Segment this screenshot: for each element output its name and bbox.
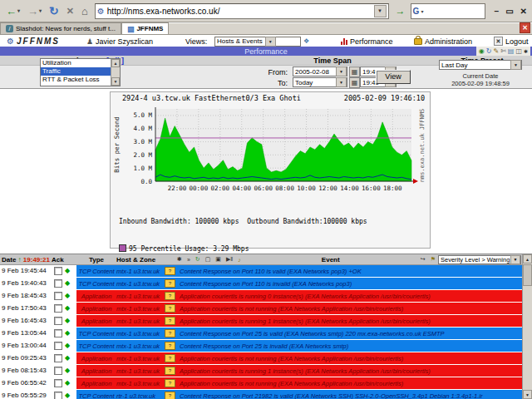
event-host[interactable]: mtx-1 u3.tcw.uk xyxy=(116,355,165,362)
ack-checkbox[interactable] xyxy=(54,392,62,399)
to-calendar-icon[interactable]: ▦ xyxy=(349,77,360,88)
scroll-up-icon[interactable]: ▲ xyxy=(523,254,532,264)
ack-checkbox[interactable] xyxy=(54,267,62,275)
event-detail-icon[interactable]: ? xyxy=(165,292,175,300)
minimize-button[interactable]: – xyxy=(495,7,500,16)
event-detail-icon[interactable]: ? xyxy=(165,304,175,313)
go-button[interactable]: → xyxy=(393,5,408,17)
scroll-down-icon[interactable]: ▼ xyxy=(111,77,120,86)
ack-checkbox[interactable] xyxy=(54,279,62,288)
window-icon[interactable]: ▤ xyxy=(508,47,515,56)
event-host[interactable]: mtx-1 u3.tcw.uk xyxy=(116,367,165,375)
ack-checkbox[interactable] xyxy=(54,354,62,362)
ack-diamond-icon[interactable]: ◆ xyxy=(65,355,70,362)
ack-diamond-icon[interactable]: ◆ xyxy=(65,280,70,287)
col-host[interactable]: Host & Zone xyxy=(116,256,175,264)
scrollbar-thumb[interactable] xyxy=(523,264,532,286)
ack-checkbox[interactable] xyxy=(54,342,62,350)
forward-button[interactable]: →▾ xyxy=(25,4,44,18)
back-dropdown-icon[interactable]: ▾ xyxy=(17,6,20,17)
ack-checkbox[interactable] xyxy=(54,329,62,337)
app-brand[interactable]: ⚙ JFFNMS xyxy=(7,36,60,47)
event-detail-icon[interactable]: ? xyxy=(165,342,175,350)
event-host[interactable]: mtx-1 u3.tcw.uk xyxy=(116,380,165,387)
graph-type-option[interactable]: Traffic xyxy=(41,67,111,76)
ack-checkbox[interactable] xyxy=(54,292,62,300)
col-ack[interactable]: Ack xyxy=(52,256,76,264)
refresh-icon[interactable]: ↻ xyxy=(195,256,200,263)
stop-button[interactable]: ✕ xyxy=(64,4,76,18)
ack-diamond-icon[interactable]: ◆ xyxy=(65,342,70,349)
nav-performance[interactable]: Performance xyxy=(341,36,393,47)
graph-type-option[interactable]: Utilization xyxy=(41,59,111,67)
search-dropdown-icon[interactable]: ▾ xyxy=(421,8,423,14)
url-dropdown-icon[interactable]: ▼ xyxy=(374,5,387,17)
window-small-icon[interactable]: ▢ xyxy=(205,256,211,263)
event-detail-icon[interactable]: ? xyxy=(165,392,175,399)
col-event[interactable]: Event xyxy=(244,256,418,264)
event-detail-icon[interactable]: ? xyxy=(165,317,175,325)
tab-slashdot[interactable]: / Slashdot: News for nerds, stuff t... xyxy=(0,22,121,34)
search-engine-icon[interactable]: G xyxy=(413,7,420,16)
edit-icon[interactable]: ✎ xyxy=(493,47,499,56)
ack-checkbox[interactable] xyxy=(54,367,62,375)
nav-logout[interactable]: ✕ Logout xyxy=(494,36,529,47)
from-calendar-icon[interactable]: ▦ xyxy=(349,66,360,77)
time-preset-select[interactable]: Last Day ▼ xyxy=(439,60,522,70)
chevron-down-icon[interactable]: ▼ xyxy=(336,66,347,76)
ack-diamond-icon[interactable]: ◆ xyxy=(65,318,70,324)
autorefresh-pause-icon[interactable]: ▶‖ xyxy=(226,256,233,263)
ack-diamond-icon[interactable]: ◆ xyxy=(65,380,70,387)
ack-diamond-icon[interactable]: ◆ xyxy=(65,367,70,374)
forward-dropdown-icon[interactable]: ▾ xyxy=(39,6,42,17)
ack-diamond-icon[interactable]: ◆ xyxy=(65,330,70,337)
cut-icon[interactable]: ✄ xyxy=(500,47,506,56)
reload-button[interactable]: ↻ xyxy=(47,4,62,18)
window-large-icon[interactable]: ▣ xyxy=(215,256,221,263)
ack-diamond-icon[interactable]: ◆ xyxy=(65,392,70,399)
event-host[interactable]: mtx-1 u3.tcw.uk xyxy=(116,280,165,288)
event-host[interactable]: mtx-1 u3.tcw.uk xyxy=(116,342,165,350)
search-input[interactable]: G ▾ xyxy=(411,3,485,19)
event-host[interactable]: mtx-1 u3.tcw.uk xyxy=(116,268,165,275)
ack-checkbox[interactable] xyxy=(54,379,62,387)
graph-type-option[interactable]: RTT & Packet Loss xyxy=(41,76,111,84)
popup-icon[interactable]: ↪ xyxy=(421,256,426,263)
back-button[interactable]: ←▾ xyxy=(3,4,22,18)
event-detail-icon[interactable]: ? xyxy=(165,379,175,387)
chevron-down-icon[interactable]: ▼ xyxy=(510,255,520,264)
col-date[interactable]: Date ↑ 19:49:21 xyxy=(0,256,52,264)
events-scrollbar[interactable]: ▲ ▼ xyxy=(522,254,532,399)
scroll-down-icon[interactable]: ▼ xyxy=(523,390,532,399)
severity-filter-select[interactable]: Severity Level > Warning ▼ xyxy=(438,255,521,264)
scroll-up-icon[interactable]: ▲ xyxy=(111,59,120,67)
event-detail-icon[interactable]: ? xyxy=(165,279,175,288)
event-host[interactable]: mtx-1 u3.tcw.uk xyxy=(116,293,165,300)
col-type[interactable]: Type xyxy=(76,256,116,264)
current-user[interactable]: ♟ Javier Szyszlican xyxy=(86,36,153,47)
views-go-icon[interactable]: ❖ xyxy=(303,37,309,45)
chevron-down-icon[interactable]: ▼ xyxy=(265,37,276,47)
expand-icon[interactable]: » xyxy=(187,257,190,263)
event-host[interactable]: rtr-1 u3.tcw.uk xyxy=(116,392,165,399)
event-detail-icon[interactable]: ? xyxy=(165,354,175,362)
ack-checkbox[interactable] xyxy=(54,304,62,313)
views-select[interactable]: Hosts & Events ▼ ❖ xyxy=(214,36,309,47)
filter-icon[interactable]: ⚑ xyxy=(431,256,436,263)
ack-checkbox[interactable] xyxy=(54,317,62,325)
view-button[interactable]: View xyxy=(376,70,411,84)
event-detail-icon[interactable]: ? xyxy=(165,267,175,275)
chevron-down-icon[interactable]: ▼ xyxy=(336,77,347,87)
close-tab-button[interactable]: ✕ xyxy=(520,22,530,33)
sound-icon[interactable]: ♪ xyxy=(238,257,241,263)
event-host[interactable]: mtx-1 u3.tcw.uk xyxy=(116,318,165,325)
status-icon[interactable]: ◉ xyxy=(479,47,485,56)
chevron-down-icon[interactable]: ▼ xyxy=(510,60,521,70)
select-all-icon[interactable]: ✱ xyxy=(177,256,182,263)
tab-jffnms[interactable]: ▤ JFFNMS xyxy=(121,22,170,34)
event-detail-icon[interactable]: ? xyxy=(165,367,175,375)
restore-button[interactable]: ▭ xyxy=(505,7,513,16)
to-date-select[interactable]: Today ▼ xyxy=(293,77,347,87)
refresh-icon[interactable]: ↻ xyxy=(486,47,492,56)
close-button[interactable]: ✕ xyxy=(520,7,527,16)
